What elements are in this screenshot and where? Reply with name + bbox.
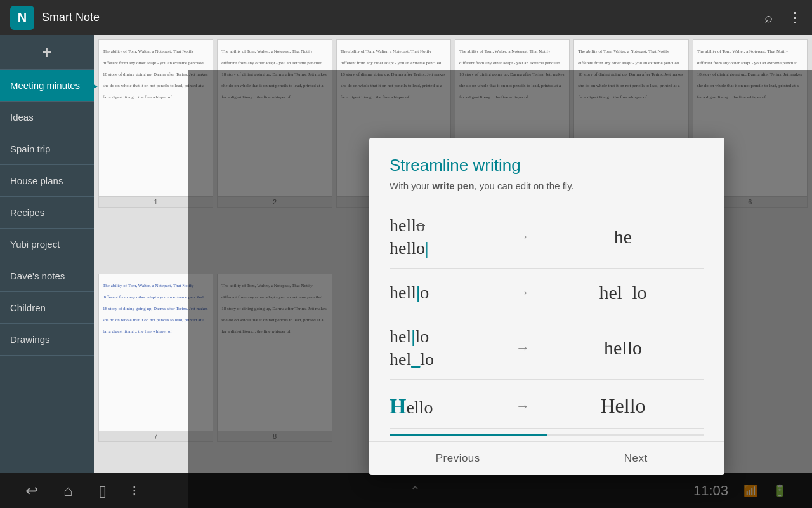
demo-row-2: hell|o → hel lo — [390, 274, 704, 312]
sidebar-item-yubi-project[interactable]: Yubi project — [0, 229, 94, 260]
sidebar-item-ideas[interactable]: Ideas — [0, 102, 94, 133]
demo-row-1: hello hello| → he — [390, 206, 704, 269]
add-icon: + — [42, 42, 52, 62]
app-title: Smart Note — [42, 11, 749, 24]
result-2: hel lo — [599, 282, 647, 304]
handwriting-1a: hello — [390, 214, 425, 237]
sidebar-item-house-plans[interactable]: House plans — [0, 165, 94, 197]
home-button[interactable]: ⌂ — [63, 482, 73, 500]
add-note-button[interactable]: + — [0, 35, 94, 70]
sidebar-item-label: Drawings — [10, 334, 50, 345]
sidebar-item-label: Yubi project — [10, 239, 60, 250]
arrow-3: → — [504, 340, 542, 356]
demo-left-4: Hello — [390, 392, 504, 420]
sidebar-item-label: Dave's notes — [10, 271, 65, 281]
sidebar-item-label: Children — [10, 302, 46, 313]
demo-right-4: Hello — [542, 394, 704, 418]
dialog-header: Streamline writing With your write pen, … — [369, 138, 724, 196]
sidebar-item-drawings[interactable]: Drawings — [0, 324, 94, 356]
dialog-title: Streamline writing — [390, 156, 704, 175]
result-1: he — [614, 226, 632, 248]
top-bar: N Smart Note ⌕ ⋮ — [0, 0, 812, 35]
demo-left-2: hell|o — [390, 281, 504, 304]
sidebar-item-meeting-minutes[interactable]: Meeting minutes — [0, 70, 94, 102]
sidebar-item-label: Recipes — [10, 207, 44, 218]
subtitle-emphasis: write pen — [433, 180, 475, 191]
handwriting-3a: hel|lo — [390, 325, 429, 348]
demo-right-2: hel lo — [542, 282, 704, 304]
dialog-subtitle: With your write pen, you can edit on the… — [390, 180, 704, 191]
demo-row-3: hel|lo hel_lo → hello — [390, 318, 704, 380]
sidebar-item-children[interactable]: Children — [0, 292, 94, 324]
subtitle-plain: With your — [390, 180, 433, 191]
handwriting-2a: hell|o — [390, 281, 429, 304]
search-icon[interactable]: ⌕ — [764, 10, 773, 26]
dialog-progress-bar — [390, 434, 547, 436]
dialog: Streamline writing With your write pen, … — [369, 138, 724, 475]
dialog-overlay: Streamline writing With your write pen, … — [188, 70, 812, 508]
back-button[interactable]: ↩ — [25, 482, 38, 500]
handwriting-4a: Hello — [390, 392, 433, 420]
arrow-1: → — [504, 229, 542, 245]
dialog-footer: Previous Next — [369, 441, 724, 475]
recents-button[interactable]: ▯ — [98, 482, 107, 500]
demo-right-3: hello — [542, 337, 704, 359]
menu-icon[interactable]: ⋮ — [788, 10, 802, 26]
demo-row-4: Hello → Hello — [390, 385, 704, 429]
previous-button[interactable]: Previous — [369, 442, 547, 475]
main-content: The ability of Tom, Walter, a Notepast, … — [94, 35, 812, 508]
next-button[interactable]: Next — [547, 442, 725, 475]
sidebar-item-recipes[interactable]: Recipes — [0, 197, 94, 229]
arrow-4: → — [504, 398, 542, 415]
sidebar-item-label: Spain trip — [10, 144, 50, 154]
demo-left-1: hello hello| — [390, 214, 504, 260]
sidebar-item-spain-trip[interactable]: Spain trip — [0, 133, 94, 165]
arrow-2: → — [504, 284, 542, 301]
handwriting-1b: hello| — [390, 237, 429, 260]
handwriting-3b: hel_lo — [390, 348, 434, 371]
dialog-progress-bar-container — [390, 434, 704, 436]
app-logo: N — [10, 6, 34, 30]
sidebar-item-label: Ideas — [10, 112, 34, 123]
sidebar-item-label: House plans — [10, 175, 63, 186]
dialog-body: hello hello| → he hell|o → hel lo — [369, 196, 724, 441]
demo-right-1: he — [542, 226, 704, 248]
result-3: hello — [604, 337, 642, 359]
demo-left-3: hel|lo hel_lo — [390, 325, 504, 371]
grid-button[interactable]: ⁝ — [132, 482, 137, 500]
logo-letter: N — [18, 10, 27, 25]
sidebar-item-label: Meeting minutes — [10, 80, 80, 91]
sidebar-item-daves-notes[interactable]: Dave's notes — [0, 260, 94, 292]
sidebar: + Meeting minutes Ideas Spain trip House… — [0, 35, 94, 508]
result-4: Hello — [600, 394, 645, 418]
subtitle-end: , you can edit on the fly. — [474, 180, 573, 191]
